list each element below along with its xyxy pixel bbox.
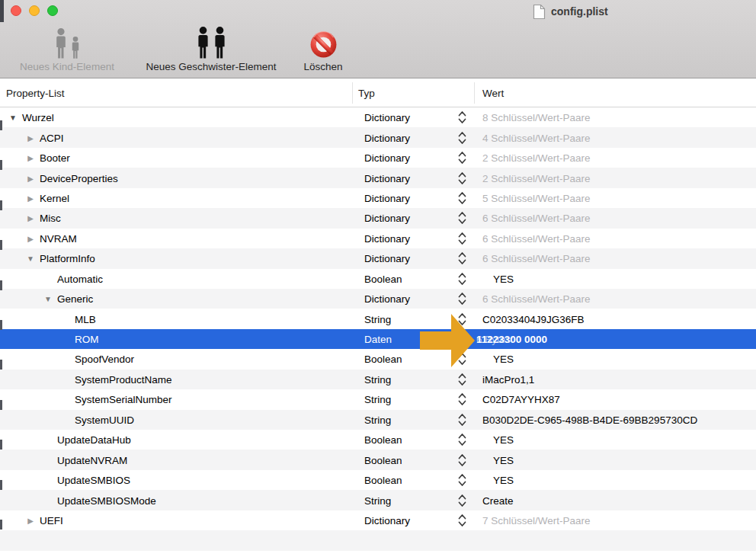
row-value[interactable]: 2 Schlüssel/Wert-Paare	[482, 172, 591, 184]
type-stepper-icon[interactable]	[458, 373, 467, 386]
type-stepper-icon[interactable]	[458, 152, 467, 165]
disclosure-triangle-icon[interactable]: ▶	[25, 214, 36, 222]
column-header-wert[interactable]: Wert	[482, 88, 504, 99]
type-stepper-icon[interactable]	[458, 514, 467, 526]
table-row[interactable]: UpdateDataHubBooleanYES	[0, 430, 756, 450]
row-type[interactable]: Boolean	[364, 434, 402, 446]
table-row[interactable]: SpoofVendorBooleanYES	[0, 349, 756, 369]
table-row[interactable]: ▶NVRAMDictionary6 Schlüssel/Wert-Paare	[0, 229, 756, 248]
type-stepper-icon[interactable]	[458, 333, 467, 346]
type-stepper-icon[interactable]	[458, 353, 467, 366]
row-value[interactable]: 8 Schlüssel/Wert-Paare	[482, 112, 591, 123]
row-type[interactable]: Daten	[364, 334, 392, 345]
column-header-typ[interactable]: Typ	[358, 88, 375, 99]
table-row[interactable]: MLBStringC02033404J9JG36FB	[0, 309, 756, 328]
row-type[interactable]: Dictionary	[364, 293, 410, 305]
row-type[interactable]: String	[364, 313, 391, 325]
table-row[interactable]: ROMDaten6 Bytes: 11223300 0000	[0, 329, 756, 349]
type-stepper-icon[interactable]	[458, 272, 467, 285]
row-type[interactable]: Dictionary	[364, 192, 410, 203]
table-row[interactable]: SystemUUIDStringB030D2DE-C965-498B-B4DE-…	[0, 410, 756, 430]
row-type[interactable]: Boolean	[364, 475, 402, 486]
type-stepper-icon[interactable]	[458, 212, 467, 225]
type-stepper-icon[interactable]	[458, 171, 467, 184]
row-value[interactable]: 2 Schlüssel/Wert-Paare	[482, 152, 591, 164]
type-stepper-icon[interactable]	[458, 293, 467, 306]
row-type[interactable]: String	[364, 414, 391, 425]
row-type[interactable]: Dictionary	[364, 213, 410, 224]
column-header-property-list[interactable]: Property-List	[6, 88, 65, 99]
row-type[interactable]: Boolean	[364, 273, 402, 284]
table-row[interactable]: UpdateSMBIOSBooleanYES	[0, 470, 756, 490]
type-stepper-icon[interactable]	[458, 252, 467, 265]
disclosure-triangle-icon[interactable]: ▼	[43, 295, 53, 303]
disclosure-triangle-icon[interactable]: ▶	[25, 194, 36, 202]
type-stepper-icon[interactable]	[458, 434, 467, 446]
row-value[interactable]: B030D2DE-C965-498B-B4DE-69BB295730CD	[482, 414, 697, 425]
row-type[interactable]: Boolean	[364, 454, 402, 466]
row-value[interactable]: 7 Schlüssel/Wert-Paare	[482, 514, 591, 526]
new-sibling-element-button[interactable]: Neues Geschwister-Element	[131, 23, 291, 72]
row-type[interactable]: String	[364, 394, 391, 405]
row-value[interactable]: YES	[482, 434, 514, 446]
table-row[interactable]: ▶MiscDictionary6 Schlüssel/Wert-Paare	[0, 208, 756, 228]
row-value[interactable]: 5 Schlüssel/Wert-Paare	[482, 192, 591, 203]
new-child-element-button[interactable]: Neues Kind-Element	[8, 23, 127, 72]
row-type[interactable]: Dictionary	[364, 232, 410, 244]
disclosure-triangle-icon[interactable]: ▼	[8, 114, 18, 122]
table-row[interactable]: UpdateSMBIOSModeStringCreate	[0, 490, 756, 510]
row-type[interactable]: String	[364, 494, 391, 506]
row-type[interactable]: Dictionary	[364, 112, 410, 123]
row-type[interactable]: Dictionary	[364, 132, 410, 143]
table-row[interactable]: ▼PlatformInfoDictionary6 Schlüssel/Wert-…	[0, 248, 756, 268]
close-button[interactable]	[11, 5, 21, 16]
row-value[interactable]: 6 Schlüssel/Wert-Paare	[482, 253, 591, 264]
table-row[interactable]: ▶DevicePropertiesDictionary2 Schlüssel/W…	[0, 168, 756, 187]
row-value[interactable]: YES	[482, 454, 514, 466]
row-value[interactable]: YES	[482, 273, 514, 284]
disclosure-triangle-icon[interactable]: ▶	[25, 234, 36, 242]
row-value[interactable]: 6 Schlüssel/Wert-Paare	[482, 232, 591, 244]
row-value[interactable]: 4 Schlüssel/Wert-Paare	[482, 132, 591, 143]
type-stepper-icon[interactable]	[458, 111, 467, 124]
row-value[interactable]: Create	[482, 494, 514, 506]
row-type[interactable]: Boolean	[364, 354, 402, 365]
table-row[interactable]: SystemProductNameStringiMacPro1,1	[0, 370, 756, 389]
type-stepper-icon[interactable]	[458, 494, 467, 507]
type-stepper-icon[interactable]	[458, 413, 467, 426]
type-stepper-icon[interactable]	[458, 453, 467, 466]
disclosure-triangle-icon[interactable]: ▶	[25, 174, 36, 182]
table-row[interactable]: ▼WurzelDictionary8 Schlüssel/Wert-Paare	[0, 107, 756, 127]
row-value[interactable]: YES	[482, 354, 514, 365]
row-type[interactable]: Dictionary	[364, 514, 410, 526]
disclosure-triangle-icon[interactable]: ▶	[25, 154, 36, 162]
table-row[interactable]: SystemSerialNumberStringC02D7AYYHX87	[0, 389, 756, 409]
type-stepper-icon[interactable]	[458, 474, 467, 487]
disclosure-triangle-icon[interactable]: ▶	[25, 133, 36, 142]
table-row[interactable]: ▶UEFIDictionary7 Schlüssel/Wert-Paare	[0, 510, 756, 530]
row-type[interactable]: String	[364, 373, 391, 385]
table-row[interactable]: ▼GenericDictionary6 Schlüssel/Wert-Paare	[0, 289, 756, 309]
row-value[interactable]: 11223300 0000	[476, 334, 547, 345]
type-stepper-icon[interactable]	[458, 131, 467, 144]
minimize-button[interactable]	[29, 5, 40, 16]
row-value[interactable]: C02033404J9JG36FB	[482, 313, 585, 325]
row-type[interactable]: Dictionary	[364, 172, 410, 184]
type-stepper-icon[interactable]	[458, 191, 467, 204]
table-row[interactable]: AutomaticBooleanYES	[0, 269, 756, 289]
disclosure-triangle-icon[interactable]: ▼	[25, 254, 36, 263]
table-row[interactable]: ▶BooterDictionary2 Schlüssel/Wert-Paare	[0, 148, 756, 168]
zoom-button[interactable]	[47, 5, 58, 16]
type-stepper-icon[interactable]	[458, 312, 467, 325]
disclosure-triangle-icon[interactable]: ▶	[25, 516, 36, 524]
row-type[interactable]: Dictionary	[364, 253, 410, 264]
row-value[interactable]: C02D7AYYHX87	[482, 394, 560, 405]
row-value[interactable]: 6 Schlüssel/Wert-Paare	[482, 293, 591, 305]
type-stepper-icon[interactable]	[458, 393, 467, 406]
table-row[interactable]: UpdateNVRAMBooleanYES	[0, 450, 756, 469]
column-divider[interactable]	[474, 82, 475, 104]
column-divider[interactable]	[352, 82, 353, 104]
table-row[interactable]: ▶KernelDictionary5 Schlüssel/Wert-Paare	[0, 188, 756, 208]
row-value[interactable]: 6 Schlüssel/Wert-Paare	[482, 213, 591, 224]
row-value[interactable]: iMacPro1,1	[482, 373, 534, 385]
